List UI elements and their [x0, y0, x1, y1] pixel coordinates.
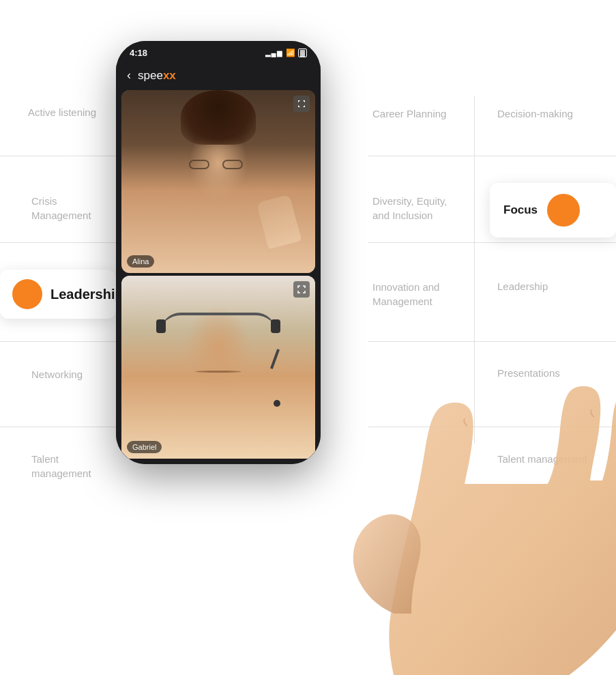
- glasses-left: [189, 160, 209, 169]
- skill-active-listening: Active listening: [28, 106, 96, 118]
- divider-h-8: [368, 427, 616, 427]
- skill-career-planning: Career Planning: [372, 108, 446, 119]
- skill-crisis-management: CrisisManagement: [31, 194, 91, 222]
- expand-button-alina[interactable]: [293, 96, 310, 112]
- video-container: Alina: [121, 90, 315, 459]
- video-panel-alina: Alina: [121, 90, 315, 273]
- phone-body: 4:18 ▂▄▆ 📶 ▓ ‹ speexx: [116, 41, 321, 464]
- gabriel-name-badge: Gabriel: [127, 441, 162, 453]
- headset-arc: [160, 313, 276, 333]
- skill-work-life-balance: Talent management: [497, 453, 587, 465]
- app-title-accent: xx: [163, 69, 176, 82]
- skill-networking: Leadership: [497, 281, 548, 292]
- status-bar: 4:18 ▂▄▆ 📶 ▓: [130, 48, 307, 58]
- app-header: ‹ speexx: [116, 63, 321, 88]
- status-time: 4:18: [130, 48, 147, 58]
- hand-image: [289, 218, 616, 675]
- battery-icon: ▓: [298, 48, 307, 57]
- skill-innovation: Innovation andManagement: [372, 280, 439, 308]
- skill-resilience: Presentations: [497, 367, 560, 379]
- signal-icon: ▂▄▆: [265, 49, 283, 57]
- status-icons: ▂▄▆ 📶 ▓: [265, 48, 307, 57]
- divider-v-1: [474, 96, 475, 444]
- phone-screen: 4:18 ▂▄▆ 📶 ▓ ‹ speexx: [116, 41, 321, 464]
- focus-toggle[interactable]: [547, 194, 580, 227]
- alina-name-badge: Alina: [127, 255, 154, 268]
- phone-mockup: 4:18 ▂▄▆ 📶 ▓ ‹ speexx: [109, 41, 327, 491]
- app-title: speexx: [138, 69, 176, 83]
- divider-h-7: [368, 341, 616, 342]
- headset-right-cup: [271, 319, 280, 333]
- headset-left-cup: [156, 319, 166, 333]
- divider-h-5: [368, 156, 616, 156]
- wifi-icon: 📶: [286, 48, 295, 57]
- skill-decision-making: Decision-making: [497, 108, 573, 119]
- focus-title: Focus: [503, 203, 538, 217]
- skill-presentations: Networking: [31, 369, 83, 380]
- person-gabriel-bg: [121, 276, 315, 459]
- divider-h-6: [368, 242, 616, 243]
- focus-card: Focus: [490, 183, 616, 238]
- expand-button-gabriel[interactable]: [293, 281, 310, 298]
- skill-talent-management: Talentmanagement: [31, 452, 91, 480]
- glasses-right: [222, 160, 243, 169]
- video-panel-gabriel: Gabriel: [121, 276, 315, 459]
- skill-diversity-equity: Diversity, Equity,and Inclusion: [372, 194, 447, 222]
- person-alina-bg: [121, 90, 315, 273]
- leadership-icon: [12, 279, 42, 309]
- back-button[interactable]: ‹: [127, 68, 131, 83]
- leadership-card: Leadership: [0, 270, 116, 319]
